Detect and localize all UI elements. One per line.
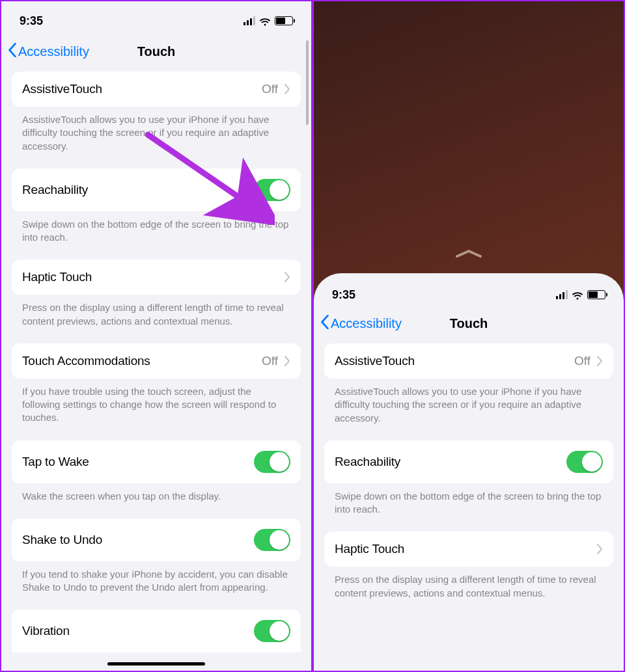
chevron-right-icon <box>285 84 290 94</box>
status-icons <box>556 290 605 299</box>
footer-accommodations: If you have trouble using the touch scre… <box>12 379 301 440</box>
status-bar: 9:35 <box>1 1 311 35</box>
cellular-signal-icon <box>243 16 255 25</box>
cell-label: AssistiveTouch <box>335 354 415 368</box>
cell-value: Off <box>262 82 278 96</box>
cell-value: Off <box>262 354 278 368</box>
footer-tapwake: Wake the screen when you tap on the disp… <box>12 483 301 518</box>
cell-label: Haptic Touch <box>22 270 92 284</box>
status-icons <box>243 16 293 25</box>
cell-label: Reachability <box>335 455 400 469</box>
status-time: 9:35 <box>20 14 43 28</box>
row-assistivetouch[interactable]: AssistiveTouch Off <box>324 343 613 379</box>
cell-label: Haptic Touch <box>335 542 404 556</box>
row-assistivetouch[interactable]: AssistiveTouch Off <box>12 72 301 107</box>
cell-label: Reachability <box>22 183 88 197</box>
reachability-toggle[interactable] <box>254 179 290 201</box>
vibration-toggle[interactable] <box>254 620 290 642</box>
settings-list[interactable]: AssistiveTouch Off AssistiveTouch allows… <box>314 343 624 615</box>
row-vibration[interactable]: Vibration <box>12 610 301 652</box>
home-indicator[interactable] <box>107 662 205 665</box>
chevron-left-icon <box>8 43 17 60</box>
row-shake-to-undo[interactable]: Shake to Undo <box>12 518 301 561</box>
wifi-icon <box>259 16 271 25</box>
back-label: Accessibility <box>18 44 89 59</box>
footer-reachability: Swipe down on the bottom edge of the scr… <box>324 483 613 532</box>
wifi-icon <box>572 290 583 299</box>
chevron-right-icon <box>597 544 603 554</box>
tap-to-wake-toggle[interactable] <box>254 451 290 473</box>
reachability-toggle[interactable] <box>566 451 603 473</box>
back-button[interactable]: Accessibility <box>320 315 402 332</box>
settings-list[interactable]: AssistiveTouch Off AssistiveTouch allows… <box>1 72 311 652</box>
status-time: 9:35 <box>332 288 355 302</box>
back-label: Accessibility <box>331 316 402 331</box>
cell-label: Tap to Wake <box>22 455 89 469</box>
cell-label: Touch Accommodations <box>22 354 150 368</box>
phone-left: 9:35 Accessibility Touch AssistiveTouch <box>0 0 312 672</box>
row-tap-to-wake[interactable]: Tap to Wake <box>12 440 301 483</box>
nav-header: Accessibility Touch <box>1 35 311 72</box>
cell-label: AssistiveTouch <box>22 82 102 96</box>
footer-haptic: Press on the display using a different l… <box>12 295 301 343</box>
reachability-grabber-icon[interactable] <box>454 249 483 262</box>
back-button[interactable]: Accessibility <box>8 43 89 60</box>
footer-reachability: Swipe down on the bottom edge of the scr… <box>12 211 301 260</box>
status-bar: 9:35 <box>314 273 624 307</box>
chevron-right-icon <box>285 356 290 366</box>
battery-icon <box>275 16 293 25</box>
footer-shake: If you tend to shake your iPhone by acci… <box>12 561 301 610</box>
row-haptic-touch[interactable]: Haptic Touch <box>324 531 613 567</box>
row-reachability[interactable]: Reachability <box>12 168 301 211</box>
footer-haptic: Press on the display using a different l… <box>324 567 613 615</box>
nav-header: Accessibility Touch <box>314 307 624 343</box>
footer-assistivetouch: AssistiveTouch allows you to use your iP… <box>12 107 301 168</box>
footer-assistivetouch: AssistiveTouch allows you to use your iP… <box>324 379 613 440</box>
row-touch-accommodations[interactable]: Touch Accommodations Off <box>12 343 301 379</box>
shake-to-undo-toggle[interactable] <box>254 529 290 551</box>
chevron-left-icon <box>320 315 329 332</box>
cell-label: Vibration <box>22 624 70 638</box>
chevron-right-icon <box>597 356 603 366</box>
cell-value: Off <box>574 354 590 368</box>
phone-right: 9:35 Accessibility Touch <box>312 0 625 672</box>
chevron-right-icon <box>285 272 290 282</box>
cellular-signal-icon <box>556 290 568 299</box>
row-reachability[interactable]: Reachability <box>324 440 613 483</box>
battery-icon <box>587 290 605 299</box>
cell-label: Shake to Undo <box>22 533 102 547</box>
reachability-sheet: 9:35 Accessibility Touch <box>314 273 624 671</box>
row-haptic-touch[interactable]: Haptic Touch <box>12 260 301 295</box>
